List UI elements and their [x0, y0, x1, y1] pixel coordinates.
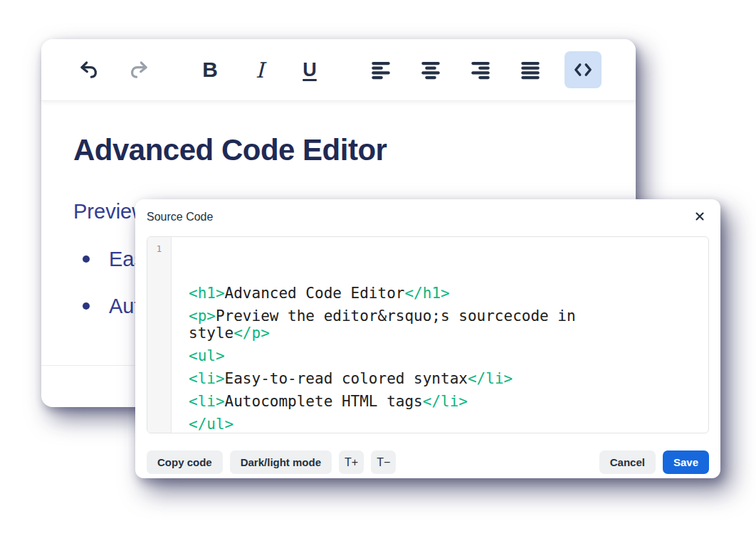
code-brackets-icon: [571, 58, 595, 82]
align-right-button[interactable]: [465, 54, 496, 85]
italic-button[interactable]: I: [244, 54, 275, 85]
line-number-gutter: 1: [147, 237, 172, 433]
source-code-button[interactable]: [565, 51, 602, 88]
cancel-button[interactable]: Cancel: [599, 450, 656, 474]
align-justify-button[interactable]: [515, 54, 546, 85]
dialog-footer-right: Cancel Save: [599, 450, 709, 474]
source-code-dialog: Source Code 1 <h1>Advanced Code Editor</…: [135, 199, 720, 478]
align-center-button[interactable]: [415, 54, 446, 85]
dialog-footer: Copy code Dark/light mode T+ T− Cancel S…: [147, 450, 709, 474]
bullet-icon: [83, 255, 90, 263]
bold-icon: B: [202, 58, 218, 82]
italic-icon: I: [256, 58, 264, 83]
bold-button[interactable]: B: [194, 54, 226, 85]
undo-button[interactable]: [73, 54, 105, 85]
line-number: 1: [157, 243, 162, 254]
align-right-icon: [468, 58, 493, 82]
redo-button[interactable]: [123, 54, 154, 85]
dialog-title: Source Code: [147, 211, 213, 223]
redo-icon: [127, 58, 150, 81]
close-icon: [693, 210, 706, 225]
code-line: </ul>: [189, 416, 697, 433]
font-size-increase-button[interactable]: T+: [339, 450, 364, 474]
close-button[interactable]: [692, 209, 708, 226]
align-left-button[interactable]: [365, 54, 397, 85]
underline-icon: U: [303, 59, 317, 81]
bullet-icon: [83, 302, 90, 310]
dark-light-mode-button[interactable]: Dark/light mode: [230, 450, 332, 474]
code-content[interactable]: <h1>Advanced Code Editor</h1><p>Preview …: [172, 237, 708, 433]
undo-icon: [78, 58, 100, 81]
dialog-header: Source Code: [135, 199, 720, 225]
align-left-icon: [369, 58, 393, 82]
code-editor[interactable]: 1 <h1>Advanced Code Editor</h1><p>Previe…: [147, 236, 709, 433]
code-line: <ul>: [189, 347, 697, 364]
page: B I U: [0, 0, 756, 548]
save-button[interactable]: Save: [663, 450, 709, 474]
font-size-decrease-button[interactable]: T−: [371, 450, 396, 474]
code-line: <h1>Advanced Code Editor</h1>: [189, 285, 697, 302]
editor-toolbar: B I U: [41, 39, 636, 101]
document-heading: Advanced Code Editor: [73, 132, 387, 169]
code-line: style</p>: [189, 325, 697, 342]
code-line: <p>Preview the editor&rsquo;s sourcecode…: [189, 307, 697, 325]
code-line: <li>Autocomplete HTML tags</li>: [189, 393, 697, 410]
align-justify-icon: [518, 58, 542, 82]
align-center-icon: [419, 58, 443, 82]
copy-code-button[interactable]: Copy code: [147, 450, 223, 474]
code-lines: <h1>Advanced Code Editor</h1><p>Preview …: [189, 285, 697, 433]
underline-button[interactable]: U: [294, 54, 325, 85]
code-line: <li>Easy-to-read colored syntax</li>: [189, 370, 697, 387]
